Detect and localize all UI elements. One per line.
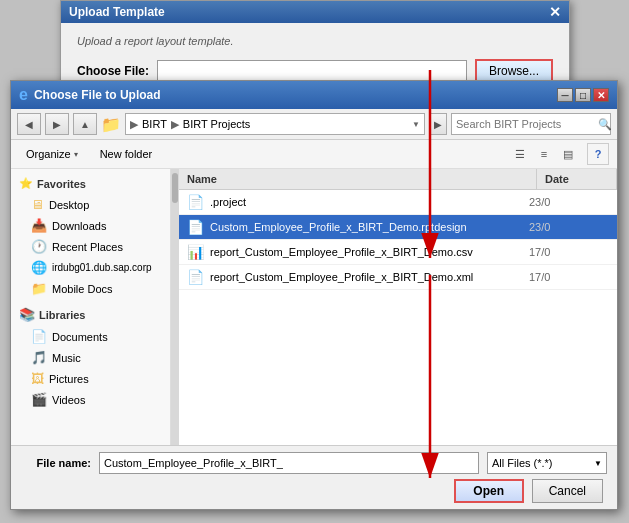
filetype-dropdown[interactable]: All Files (*.*) ▼ [487, 452, 607, 474]
nav-scrollbar[interactable] [171, 169, 179, 445]
title-bar-controls: ─ □ ✕ [557, 88, 609, 102]
name-column-header[interactable]: Name [179, 169, 537, 189]
ie-logo: e [19, 86, 28, 104]
file-dialog-titlebar: e Choose File to Upload ─ □ ✕ [11, 81, 617, 109]
file-panel: Name Date 📄 .project 23/0 📄 Custom_Emplo… [179, 169, 617, 445]
nav-item-videos[interactable]: 🎬 Videos [11, 389, 170, 410]
recent-icon: 🕐 [31, 239, 47, 254]
address-path[interactable]: ▶ BIRT ▶ BIRT Projects ▼ [125, 113, 425, 135]
file-item[interactable]: 📄 report_Custom_Employee_Profile_x_BIRT_… [179, 265, 617, 290]
favorites-icon: ⭐ [19, 177, 33, 190]
path-birt: BIRT [142, 118, 167, 130]
filetype-dropdown-arrow: ▼ [594, 459, 602, 468]
favorites-section: ⭐ Favorites 🖥 Desktop 📥 Downloads 🕐 Rece… [11, 173, 170, 299]
nav-item-mobile[interactable]: 📁 Mobile Docs [11, 278, 170, 299]
file-type-icon: 📄 [187, 194, 204, 210]
documents-icon: 📄 [31, 329, 47, 344]
libraries-icon: 📚 [19, 307, 35, 322]
corp-icon: 🌐 [31, 260, 47, 275]
forward-button[interactable]: ▶ [45, 113, 69, 135]
file-item[interactable]: 📊 report_Custom_Employee_Profile_x_BIRT_… [179, 240, 617, 265]
path-birt-projects: BIRT Projects [183, 118, 250, 130]
address-bar: ◀ ▶ ▲ 📁 ▶ BIRT ▶ BIRT Projects ▼ ▶ 🔍 [11, 109, 617, 140]
file-chooser-dialog: e Choose File to Upload ─ □ ✕ ◀ ▶ ▲ 📁 ▶ … [10, 80, 618, 510]
file-name: report_Custom_Employee_Profile_x_BIRT_De… [210, 246, 523, 258]
nav-item-documents[interactable]: 📄 Documents [11, 326, 170, 347]
file-toolbar: Organize ▾ New folder ☰ ≡ ▤ ? [11, 140, 617, 169]
cancel-button[interactable]: Cancel [532, 479, 603, 503]
action-row: Open Cancel [21, 479, 607, 503]
search-input[interactable] [456, 118, 594, 130]
file-list: 📄 .project 23/0 📄 Custom_Employee_Profil… [179, 190, 617, 445]
favorites-label: Favorites [37, 178, 86, 190]
file-type-icon: 📊 [187, 244, 204, 260]
file-date: 23/0 [529, 196, 609, 208]
maximize-button[interactable]: □ [575, 88, 591, 102]
pictures-icon: 🖼 [31, 371, 44, 386]
upload-dialog-titlebar: Upload Template ✕ [61, 1, 569, 23]
view-detail-button[interactable]: ≡ [533, 143, 555, 165]
downloads-icon: 📥 [31, 218, 47, 233]
file-list-header: Name Date [179, 169, 617, 190]
pictures-label: Pictures [49, 373, 89, 385]
folder-icon: 📁 [101, 114, 121, 134]
nav-item-downloads[interactable]: 📥 Downloads [11, 215, 170, 236]
organize-button[interactable]: Organize ▾ [19, 145, 85, 163]
file-item[interactable]: 📄 Custom_Employee_Profile_x_BIRT_Demo.rp… [179, 215, 617, 240]
file-type-icon: 📄 [187, 269, 204, 285]
filename-label: File name: [21, 457, 91, 469]
nav-panel: ⭐ Favorites 🖥 Desktop 📥 Downloads 🕐 Rece… [11, 169, 171, 445]
videos-label: Videos [52, 394, 85, 406]
date-column-header[interactable]: Date [537, 169, 617, 189]
filename-input[interactable] [99, 452, 479, 474]
file-input[interactable] [157, 60, 467, 82]
nav-item-recent[interactable]: 🕐 Recent Places [11, 236, 170, 257]
libraries-header[interactable]: 📚 Libraries [11, 303, 170, 326]
organize-dropdown-arrow: ▾ [74, 150, 78, 159]
view-options-button[interactable]: ▤ [557, 143, 579, 165]
documents-label: Documents [52, 331, 108, 343]
nav-item-desktop[interactable]: 🖥 Desktop [11, 194, 170, 215]
choose-file-label: Choose File: [77, 64, 149, 78]
new-folder-button[interactable]: New folder [93, 145, 160, 163]
file-item[interactable]: 📄 .project 23/0 [179, 190, 617, 215]
search-icon[interactable]: 🔍 [598, 118, 612, 131]
address-dropdown-arrow[interactable]: ▼ [412, 120, 420, 129]
upload-subtitle: Upload a report layout template. [77, 35, 553, 47]
favorites-header[interactable]: ⭐ Favorites [11, 173, 170, 194]
nav-item-pictures[interactable]: 🖼 Pictures [11, 368, 170, 389]
back-button[interactable]: ◀ [17, 113, 41, 135]
upload-dialog-title: Upload Template [69, 5, 165, 19]
nav-item-music[interactable]: 🎵 Music [11, 347, 170, 368]
filename-row: File name: All Files (*.*) ▼ [21, 452, 607, 474]
recent-label: Recent Places [52, 241, 123, 253]
content-area: ⭐ Favorites 🖥 Desktop 📥 Downloads 🕐 Rece… [11, 169, 617, 445]
file-date: 23/0 [529, 221, 609, 233]
desktop-icon: 🖥 [31, 197, 44, 212]
file-name: Custom_Employee_Profile_x_BIRT_Demo.rptd… [210, 221, 523, 233]
nav-item-corp[interactable]: 🌐 irdubg01.dub.sap.corp [11, 257, 170, 278]
videos-icon: 🎬 [31, 392, 47, 407]
downloads-label: Downloads [52, 220, 106, 232]
view-list-button[interactable]: ☰ [509, 143, 531, 165]
libraries-label: Libraries [39, 309, 85, 321]
file-name: .project [210, 196, 523, 208]
file-dialog-title: Choose File to Upload [34, 88, 161, 102]
search-box: 🔍 [451, 113, 611, 135]
file-date: 17/0 [529, 246, 609, 258]
corp-label: irdubg01.dub.sap.corp [52, 262, 152, 273]
view-icons: ☰ ≡ ▤ [509, 143, 579, 165]
bottom-bar: File name: All Files (*.*) ▼ Open Cancel [11, 445, 617, 509]
minimize-button[interactable]: ─ [557, 88, 573, 102]
libraries-section: 📚 Libraries 📄 Documents 🎵 Music 🖼 Pictur… [11, 303, 170, 410]
up-button[interactable]: ▲ [73, 113, 97, 135]
music-label: Music [52, 352, 81, 364]
upload-close-button[interactable]: ✕ [549, 5, 561, 19]
open-button[interactable]: Open [454, 479, 524, 503]
close-button[interactable]: ✕ [593, 88, 609, 102]
help-button[interactable]: ? [587, 143, 609, 165]
nav-refresh-button[interactable]: ▶ [429, 113, 447, 135]
file-date: 17/0 [529, 271, 609, 283]
desktop-label: Desktop [49, 199, 89, 211]
mobile-icon: 📁 [31, 281, 47, 296]
